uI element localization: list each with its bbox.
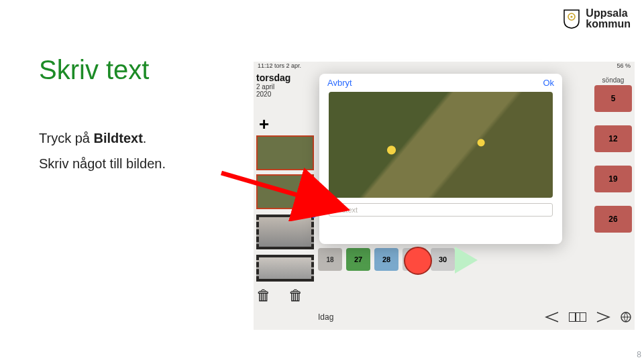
caption-modal: Avbryt Ok Bildtext: [319, 74, 562, 244]
week-header: söndag: [594, 75, 632, 85]
cal-day[interactable]: 27: [346, 248, 370, 271]
bottom-toolbar: Idag: [318, 308, 632, 326]
brand-line-1: Uppsala: [586, 8, 631, 19]
status-time: 11:12 tors 2 apr.: [258, 62, 301, 70]
svg-point-1: [571, 15, 573, 17]
today-button[interactable]: Idag: [318, 312, 333, 322]
thumbnail[interactable]: [256, 174, 314, 209]
caption-placeholder: Bildtext: [333, 206, 358, 214]
chevron-right-icon[interactable]: [596, 312, 610, 322]
week-column: söndag 5 12 19 26: [594, 75, 632, 246]
status-bar: 11:12 tors 2 apr. 56 %: [254, 62, 635, 71]
status-battery: 56 %: [616, 62, 631, 70]
cal-day[interactable]: 28: [374, 248, 398, 271]
crest-icon: [563, 9, 580, 29]
modal-photo: [329, 92, 553, 198]
date-weekday: torsdag: [256, 72, 314, 83]
slide-title: Skriv text: [39, 55, 149, 85]
bold-term: Bildtext: [94, 131, 143, 145]
brand-logo: Uppsala kommun: [563, 8, 631, 29]
date-year: 2020: [256, 90, 314, 98]
view-toggle-icon[interactable]: [569, 312, 586, 322]
brand-text: Uppsala kommun: [586, 8, 631, 29]
thumbnail[interactable]: [256, 255, 314, 282]
cal-day[interactable]: 18: [318, 248, 342, 271]
trash-row: 🗑 🗑: [256, 287, 303, 304]
cancel-button[interactable]: Avbryt: [327, 78, 352, 88]
instruction-line-1: Tryck på Bildtext.: [39, 127, 166, 149]
trash-icon[interactable]: 🗑: [256, 287, 271, 304]
week-day-cell[interactable]: 26: [594, 206, 632, 233]
modal-buttons: [404, 247, 478, 275]
trash-undo-icon[interactable]: 🗑: [288, 287, 303, 304]
thumbnail[interactable]: [256, 215, 314, 249]
week-day-cell[interactable]: 12: [594, 125, 632, 152]
play-button[interactable]: [455, 247, 478, 274]
add-button[interactable]: +: [259, 114, 269, 135]
page-number: 8: [637, 350, 641, 359]
tablet-screenshot: 11:12 tors 2 apr. 56 % torsdag 2 april 2…: [254, 62, 635, 330]
caption-input[interactable]: Bildtext: [329, 203, 553, 217]
instruction-text: Tryck på Bildtext. Skriv något till bild…: [39, 127, 166, 178]
ok-button[interactable]: Ok: [543, 78, 554, 88]
week-day-cell[interactable]: 19: [594, 166, 632, 192]
week-day-cell[interactable]: 5: [594, 85, 632, 112]
record-button[interactable]: [404, 247, 432, 275]
play-tiny-icon[interactable]: [313, 210, 319, 219]
thumbnail[interactable]: [256, 135, 314, 170]
date-daymonth: 2 april: [256, 83, 314, 90]
instruction-line-2: Skriv något till bilden.: [39, 153, 166, 174]
modal-header: Avbryt Ok: [319, 74, 562, 92]
nav-controls: [545, 311, 632, 323]
globe-icon[interactable]: [620, 311, 632, 323]
chevron-left-icon[interactable]: [545, 312, 559, 322]
brand-line-2: kommun: [586, 19, 631, 29]
date-block: torsdag 2 april 2020: [256, 72, 314, 98]
